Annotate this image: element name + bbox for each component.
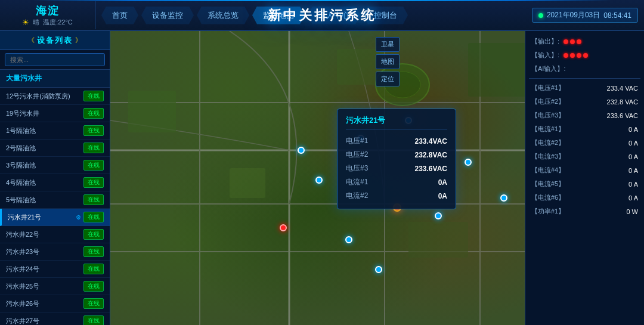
rp-label-6: 【电流#4】 xyxy=(531,166,573,175)
device-name-12: 污水井26号 xyxy=(6,299,83,308)
popup-row-value-4: 0A xyxy=(438,192,447,200)
device-name-11: 污水井25号 xyxy=(6,282,83,291)
device-name-13: 污水井27号 xyxy=(6,317,83,326)
location-widget: 海淀 ☀ 晴 温度:22°C xyxy=(0,1,95,29)
device-item-2[interactable]: 1号隔油池在线 xyxy=(0,122,110,140)
rp-value-5: 0 A xyxy=(628,153,638,160)
output-section: 【输出】: xyxy=(529,36,640,47)
ai-label: 【AI输入】: xyxy=(531,64,565,73)
map-controls: 卫星 地图 定位 xyxy=(376,37,400,86)
time-display: 08:54:41 xyxy=(603,11,631,20)
device-item-4[interactable]: 3号隔油池在线 xyxy=(0,157,110,174)
status-badge-0: 在线 xyxy=(83,91,104,101)
map-button[interactable]: 地图 xyxy=(376,54,400,69)
arrows-left: 《 xyxy=(28,36,35,45)
map-marker-8[interactable] xyxy=(345,236,352,243)
map-marker-10[interactable] xyxy=(375,266,382,273)
device-name-0: 12号污水井(消防泵房) xyxy=(6,92,83,101)
device-item-6[interactable]: 5号隔油池在线 xyxy=(0,191,110,209)
device-name-9: 污水井23号 xyxy=(6,247,83,256)
rp-value-7: 0 A xyxy=(628,181,638,188)
popup-row-value-3: 0A xyxy=(438,178,447,187)
popup-row-2: 电压#3233.6VAC xyxy=(346,162,447,175)
popup-row-0: 电压#1233.4VAC xyxy=(346,134,447,148)
status-badge-5: 在线 xyxy=(83,177,104,188)
input-section: 【输入】: xyxy=(529,49,640,61)
rp-row-4: 【电流#2】0 A xyxy=(529,137,640,148)
weather-icon: ☀ xyxy=(22,18,29,27)
rp-label-5: 【电流#3】 xyxy=(531,152,573,161)
divider-1 xyxy=(529,78,640,79)
status-badge-4: 在线 xyxy=(83,160,104,171)
device-item-7[interactable]: 污水井21号⚙在线 xyxy=(0,209,110,226)
output-dot-2 xyxy=(570,39,575,44)
device-name-5: 4号隔油池 xyxy=(6,178,83,187)
device-list: 12号污水井(消防泵房)在线19号污水井在线1号隔油池在线2号隔油池在线3号隔油… xyxy=(0,88,110,325)
temperature-text: 温度:22°C xyxy=(43,18,73,27)
device-item-9[interactable]: 污水井23号在线 xyxy=(0,243,110,261)
satellite-button[interactable]: 卫星 xyxy=(376,37,400,52)
sidebar-header: 《 设备列表 》 xyxy=(0,31,110,50)
status-badge-2: 在线 xyxy=(83,125,104,136)
output-dot-1 xyxy=(564,39,568,44)
rp-row-7: 【电流#5】0 A xyxy=(529,178,640,190)
nav-item-0[interactable]: 首页 xyxy=(101,7,138,24)
search-input[interactable] xyxy=(5,53,105,66)
rp-row-2: 【电压#3】233.6 VAC xyxy=(529,110,640,121)
map-marker-7[interactable] xyxy=(500,194,507,202)
location-name: 海淀 xyxy=(36,4,60,18)
ai-input-section: 【AI输入】: xyxy=(529,63,640,75)
input-label: 【输入】: xyxy=(531,51,561,60)
map-marker-3[interactable] xyxy=(315,177,323,184)
device-item-11[interactable]: 污水井25号在线 xyxy=(0,278,110,295)
status-dot xyxy=(538,13,543,18)
device-item-3[interactable]: 2号隔油池在线 xyxy=(0,140,110,157)
popup-row-1: 电压#2232.8VAC xyxy=(346,148,447,162)
output-dot-3 xyxy=(577,39,581,44)
device-item-5[interactable]: 4号隔油池在线 xyxy=(0,174,110,191)
right-panel: 【输出】: 【输入】: 【AI输入】: 【电压#1】233.4 VAC【电压#2… xyxy=(525,31,644,325)
svg-rect-12 xyxy=(408,222,468,258)
input-dot-1 xyxy=(564,53,568,58)
popup-row-4: 电流#20A xyxy=(346,189,447,203)
date-display: 2021年09月03日 xyxy=(547,10,600,20)
device-item-1[interactable]: 19号污水井在线 xyxy=(0,105,110,122)
device-item-8[interactable]: 污水井22号在线 xyxy=(0,226,110,243)
sidebar-title: 设备列表 xyxy=(37,35,73,46)
output-dots xyxy=(564,39,581,44)
svg-rect-11 xyxy=(230,168,265,198)
map-marker-1[interactable] xyxy=(298,147,305,154)
map-marker-5[interactable] xyxy=(435,212,442,219)
popup-row-value-2: 233.6VAC xyxy=(415,165,447,173)
status-badge-11: 在线 xyxy=(83,281,104,292)
popup-row-label-2: 电压#3 xyxy=(346,163,368,174)
status-badge-12: 在线 xyxy=(83,298,104,309)
nav-item-2[interactable]: 系统总览 xyxy=(197,7,249,24)
device-name-1: 19号污水井 xyxy=(6,109,83,118)
search-bar[interactable] xyxy=(0,50,110,70)
rp-row-1: 【电压#2】232.8 VAC xyxy=(529,96,640,107)
device-item-12[interactable]: 污水井26号在线 xyxy=(0,295,110,312)
rp-value-3: 0 A xyxy=(628,126,638,133)
rp-value-1: 232.8 VAC xyxy=(607,98,638,106)
status-badge-7: 在线 xyxy=(83,212,104,222)
app-header: 海淀 ☀ 晴 温度:22°C 首页设备监控系统总览监控地图个人中心控制台 新中关… xyxy=(0,0,644,31)
nav-item-1[interactable]: 设备监控 xyxy=(141,7,194,24)
map-marker-6[interactable] xyxy=(280,224,287,231)
device-item-13[interactable]: 污水井27号在线 xyxy=(0,312,110,325)
sidebar: 《 设备列表 》 大量污水井 12号污水井(消防泵房)在线19号污水井在线1号隔… xyxy=(0,31,110,325)
status-badge-1: 在线 xyxy=(83,108,104,119)
device-name-8: 污水井22号 xyxy=(6,230,83,239)
device-name-3: 2号隔油池 xyxy=(6,144,83,153)
device-item-0[interactable]: 12号污水井(消防泵房)在线 xyxy=(0,88,110,105)
rp-row-0: 【电压#1】233.4 VAC xyxy=(529,82,640,94)
locate-button[interactable]: 定位 xyxy=(376,72,400,86)
map-area[interactable]: 污水井21号 电压#1233.4VAC电压#2232.8VAC电压#3233.6… xyxy=(110,31,525,325)
map-marker-4[interactable] xyxy=(465,159,472,166)
input-dot-3 xyxy=(577,53,581,58)
popup-row-3: 电流#10A xyxy=(346,175,447,189)
rp-row-8: 【电流#6】0 A xyxy=(529,192,640,203)
rp-value-4: 0 A xyxy=(628,140,638,147)
input-dots xyxy=(564,53,588,58)
device-item-10[interactable]: 污水井24号在线 xyxy=(0,261,110,278)
